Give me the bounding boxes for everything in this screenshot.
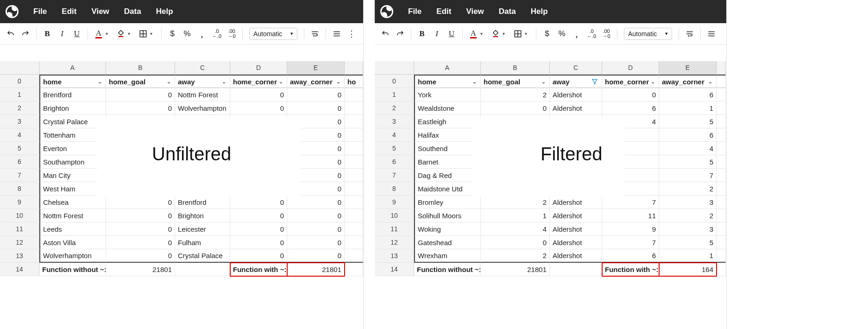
cell[interactable]: 7	[602, 196, 659, 209]
cell[interactable]: Dag & Red	[414, 169, 481, 182]
row-header[interactable]: 11	[0, 222, 39, 236]
menu-file[interactable]: File	[402, 4, 428, 19]
row-header[interactable]: 3	[375, 115, 414, 128]
cell[interactable]: 0	[602, 88, 659, 101]
col-header[interactable]: C	[550, 61, 602, 75]
cell[interactable]: Function without ~:	[414, 263, 481, 276]
menu-edit[interactable]: Edit	[430, 4, 458, 19]
bold-button[interactable]: B	[415, 27, 429, 41]
filter-active-icon[interactable]	[591, 78, 598, 85]
increase-decimal-button[interactable]: .00→0	[225, 27, 239, 41]
table-header-cell[interactable]: away⌄	[175, 75, 230, 88]
cell[interactable]: Eastleigh	[414, 115, 481, 128]
cell[interactable]: 0	[230, 88, 287, 101]
filter-dropdown-icon[interactable]: ⌄	[472, 79, 478, 85]
row-header[interactable]: 2	[375, 101, 414, 115]
cell[interactable]: Maidstone Utd	[414, 182, 481, 196]
wrap-text-button[interactable]	[308, 27, 322, 41]
row-header[interactable]: 1	[0, 88, 39, 101]
cell[interactable]: York	[414, 88, 481, 101]
col-header[interactable]: A	[39, 61, 106, 75]
chevron-down-icon[interactable]: ▾	[480, 31, 486, 36]
cell[interactable]	[717, 115, 726, 128]
row-header[interactable]: 0	[0, 75, 39, 88]
currency-button[interactable]: $	[165, 27, 179, 41]
cell[interactable]: 164	[659, 263, 717, 276]
cell[interactable]: 0	[106, 101, 175, 115]
row-header[interactable]: 12	[375, 236, 414, 249]
row-header[interactable]: 3	[0, 115, 39, 128]
cell[interactable]	[345, 115, 363, 128]
row-header[interactable]: 4	[375, 128, 414, 142]
underline-button[interactable]: U	[445, 27, 459, 41]
cell[interactable]: Southend	[414, 142, 481, 155]
cell[interactable]	[345, 249, 363, 263]
percent-button[interactable]: %	[555, 27, 569, 41]
menu-file[interactable]: File	[27, 4, 53, 19]
cell[interactable]: 0	[230, 209, 287, 222]
col-header[interactable]: A	[414, 61, 481, 75]
row-header[interactable]: 13	[0, 249, 39, 263]
cell[interactable]: 21801	[481, 263, 550, 276]
row-header[interactable]: 8	[0, 182, 39, 196]
col-header[interactable]: B	[481, 61, 550, 75]
fill-color-button[interactable]	[114, 27, 128, 41]
cell[interactable]: 0	[106, 88, 175, 101]
cell[interactable]	[717, 88, 726, 101]
menu-view[interactable]: View	[459, 4, 490, 19]
cell[interactable]: Solihull Moors	[414, 209, 481, 222]
menu-data[interactable]: Data	[118, 4, 148, 19]
cell[interactable]	[550, 263, 602, 276]
cell[interactable]: 21801	[287, 263, 345, 276]
cell[interactable]: 9	[602, 222, 659, 236]
cell[interactable]: 0	[287, 209, 345, 222]
cell[interactable]	[345, 209, 363, 222]
menu-view[interactable]: View	[85, 4, 115, 19]
cell[interactable]	[717, 182, 726, 196]
comma-button[interactable]: ,	[195, 27, 209, 41]
row-header[interactable]: 12	[0, 236, 39, 249]
cell[interactable]: Leicester	[175, 222, 230, 236]
menu-data[interactable]: Data	[492, 4, 522, 19]
undo-button[interactable]	[4, 27, 18, 41]
cell[interactable]: 1	[481, 209, 550, 222]
menu-help[interactable]: Help	[150, 4, 180, 19]
row-header[interactable]: 13	[375, 249, 414, 263]
cell[interactable]	[717, 209, 726, 222]
cell[interactable]: 5	[659, 155, 717, 169]
row-header[interactable]: 9	[375, 196, 414, 209]
borders-button[interactable]	[136, 27, 150, 41]
cell[interactable]: 0	[230, 196, 287, 209]
cell[interactable]: 2	[481, 249, 550, 263]
cell[interactable]	[717, 155, 726, 169]
select-all-corner[interactable]	[375, 61, 414, 75]
decrease-decimal-button[interactable]: .0←.0	[585, 27, 598, 41]
chevron-down-icon[interactable]: ▾	[106, 31, 111, 36]
cell[interactable]: Crystal Palace	[175, 249, 230, 263]
redo-button[interactable]	[19, 27, 32, 41]
filter-dropdown-icon[interactable]: ⌄	[707, 79, 713, 85]
menu-help[interactable]: Help	[524, 4, 554, 19]
comma-button[interactable]: ,	[570, 27, 584, 41]
cell[interactable]: Nottm Forest	[175, 88, 230, 101]
cell[interactable]: Aldershot	[550, 249, 602, 263]
undo-button[interactable]	[378, 27, 392, 41]
cell[interactable]: 5	[659, 115, 717, 128]
cell[interactable]: 0	[287, 222, 345, 236]
row-header[interactable]: 8	[375, 182, 414, 196]
zoom-select[interactable]: Automatic▾	[249, 28, 297, 40]
cell[interactable]: 3	[659, 196, 717, 209]
col-header[interactable]: E	[287, 61, 345, 75]
cell[interactable]	[345, 88, 363, 101]
filter-dropdown-icon[interactable]: ⌄	[97, 79, 103, 85]
cell[interactable]	[717, 236, 726, 249]
row-header[interactable]: 10	[375, 209, 414, 222]
cell[interactable]: Brighton	[175, 209, 230, 222]
table-header-cell[interactable]: home⌄	[414, 75, 481, 88]
cell[interactable]	[717, 101, 726, 115]
row-header[interactable]: 5	[0, 142, 39, 155]
cell[interactable]: 21801	[106, 263, 175, 276]
fill-color-button[interactable]	[489, 27, 503, 41]
cell[interactable]: 0	[230, 222, 287, 236]
col-header[interactable]: E	[659, 61, 717, 75]
